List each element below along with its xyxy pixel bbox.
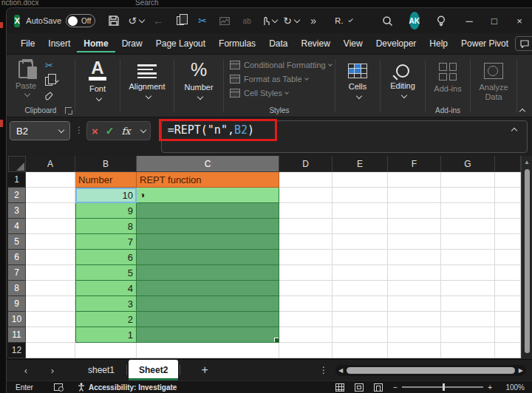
accessibility-status[interactable]: Accessibility: Investigate xyxy=(78,383,177,392)
clipboard-dialog-launcher-icon[interactable] xyxy=(65,107,72,114)
cell-F9[interactable] xyxy=(388,296,441,312)
undo-button[interactable]: ↺ xyxy=(127,12,145,30)
tab-home[interactable]: Home xyxy=(77,35,115,52)
tab-formulas[interactable]: Formulas xyxy=(212,35,262,52)
tab-help[interactable]: Help xyxy=(423,35,454,52)
cell-D6[interactable] xyxy=(279,250,332,265)
cell-A1[interactable] xyxy=(26,172,75,188)
cell-D3[interactable] xyxy=(279,203,332,219)
cell-D12[interactable] xyxy=(279,343,332,358)
cell-B9[interactable]: 3 xyxy=(75,296,137,312)
cell-E10[interactable] xyxy=(332,312,388,327)
column-header-D[interactable]: D xyxy=(279,156,332,172)
row-header-3[interactable]: 3 xyxy=(8,203,26,219)
comments-button[interactable] xyxy=(515,36,532,51)
cell-C1[interactable]: REPT function xyxy=(137,172,279,188)
cell-F4[interactable] xyxy=(388,219,441,234)
normal-view-icon[interactable] xyxy=(335,383,344,392)
save-button[interactable] xyxy=(105,12,123,30)
row-header-6[interactable]: 6 xyxy=(8,250,26,265)
cell-G3[interactable] xyxy=(441,203,495,219)
cell-G8[interactable] xyxy=(441,281,495,296)
page-layout-view-icon[interactable] xyxy=(355,383,364,392)
column-header-B[interactable]: B xyxy=(75,156,137,172)
tab-view[interactable]: View xyxy=(337,35,369,52)
cell-F11[interactable] xyxy=(388,327,441,343)
tab-insert[interactable]: Insert xyxy=(41,35,77,52)
row-header-4[interactable]: 4 xyxy=(8,219,26,234)
row-header-9[interactable]: 9 xyxy=(8,296,26,312)
cell-E9[interactable] xyxy=(332,296,388,312)
scroll-up-icon[interactable]: ▲ xyxy=(524,156,530,168)
cancel-icon[interactable]: × xyxy=(92,125,98,137)
document-title[interactable]: RE... xyxy=(335,16,344,25)
cell-C9[interactable] xyxy=(137,296,279,312)
touch-mode-button[interactable] xyxy=(260,12,278,30)
copy-button[interactable] xyxy=(171,12,189,30)
cells-button[interactable]: Cells xyxy=(338,58,377,100)
cell-B11[interactable]: 1 xyxy=(75,327,137,343)
formula-input[interactable]: =REPT("n",B2) xyxy=(161,120,528,153)
alignment-button[interactable]: Alignment xyxy=(123,58,171,100)
cell-A4[interactable] xyxy=(26,219,75,234)
close-button[interactable]: × xyxy=(507,10,532,32)
cell-E2[interactable] xyxy=(332,188,388,203)
cell-A7[interactable] xyxy=(26,265,75,281)
cell-A12[interactable] xyxy=(26,343,75,358)
font-button[interactable]: A Font xyxy=(78,58,117,102)
vertical-scrollbar[interactable]: ▲ xyxy=(521,156,532,359)
cell-C12[interactable] xyxy=(137,343,279,358)
cell-G4[interactable] xyxy=(441,219,495,234)
avatar[interactable]: AK xyxy=(409,12,420,30)
cell-C2[interactable]: ◑ xyxy=(137,188,279,203)
cell-D11[interactable] xyxy=(279,327,332,343)
cell-E7[interactable] xyxy=(332,265,388,281)
tab-developer[interactable]: Developer xyxy=(369,35,423,52)
select-all-corner[interactable] xyxy=(8,156,26,172)
cell-E11[interactable] xyxy=(332,327,388,343)
cell-F7[interactable] xyxy=(388,265,441,281)
cell-G10[interactable] xyxy=(441,312,495,327)
cell-D7[interactable] xyxy=(279,265,332,281)
cell-G9[interactable] xyxy=(441,296,495,312)
minimize-button[interactable]: ─ xyxy=(457,10,482,32)
tab-review[interactable]: Review xyxy=(294,35,336,52)
next-sheet-button[interactable]: › xyxy=(45,365,60,376)
row-header-11[interactable]: 11 xyxy=(8,327,26,343)
cell-F5[interactable] xyxy=(388,234,441,250)
cell-D9[interactable] xyxy=(279,296,332,312)
cell-C6[interactable] xyxy=(137,250,279,265)
cell-F8[interactable] xyxy=(388,281,441,296)
column-header-F[interactable]: F xyxy=(388,156,441,172)
tab-data[interactable]: Data xyxy=(262,35,294,52)
cell-C11[interactable] xyxy=(137,327,279,343)
cut-button[interactable]: ✂ xyxy=(194,12,211,30)
cell-G11[interactable] xyxy=(441,327,495,343)
zoom-in-button[interactable]: + xyxy=(488,383,492,392)
row-header-7[interactable]: 7 xyxy=(8,265,26,281)
cell-F6[interactable] xyxy=(388,250,441,265)
cell-E8[interactable] xyxy=(332,281,388,296)
cell-A10[interactable] xyxy=(26,312,75,327)
zoom-slider-handle[interactable] xyxy=(443,383,445,391)
cell-G12[interactable] xyxy=(441,343,495,358)
cell-C7[interactable] xyxy=(137,265,279,281)
cell-B6[interactable]: 6 xyxy=(75,250,137,265)
cell-D10[interactable] xyxy=(279,312,332,327)
cell-B10[interactable]: 2 xyxy=(75,312,137,327)
row-header-8[interactable]: 8 xyxy=(8,281,26,296)
search-button[interactable] xyxy=(379,12,397,30)
number-button[interactable]: % Number xyxy=(177,58,220,100)
cell-F2[interactable] xyxy=(388,188,441,203)
horizontal-scrollbar[interactable]: ◀ ▶ xyxy=(335,365,526,376)
column-header-C[interactable]: C xyxy=(137,156,279,172)
cell-D4[interactable] xyxy=(279,219,332,234)
cell-A5[interactable] xyxy=(26,234,75,250)
cell-B2[interactable]: 10 xyxy=(75,188,137,203)
cut-button-ribbon[interactable]: ✂ xyxy=(45,59,53,72)
collapse-ribbon-icon[interactable] xyxy=(519,109,525,115)
cell-E3[interactable] xyxy=(332,203,388,219)
worksheet-grid[interactable]: ABCDEFG1NumberREPT function210◑394857667… xyxy=(7,156,521,359)
cell-E12[interactable] xyxy=(332,343,388,358)
cell-C3[interactable] xyxy=(137,203,279,219)
